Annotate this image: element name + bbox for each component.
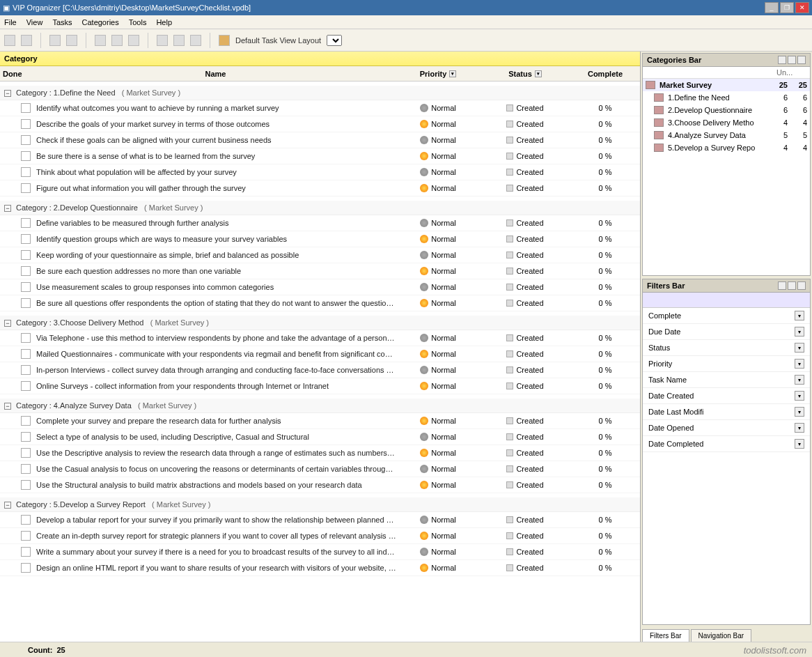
dropdown-icon[interactable]: ▾: [795, 359, 804, 369]
col-name[interactable]: Name: [35, 68, 396, 79]
toolbar-icon[interactable]: [190, 35, 201, 46]
filter-field[interactable]: Complete▾: [643, 308, 810, 324]
layout-select[interactable]: [327, 35, 342, 46]
task-row[interactable]: Be sure all questions offer respondents …: [0, 295, 640, 311]
category-item[interactable]: 2.Develop Questionnaire66: [643, 104, 810, 116]
expand-icon[interactable]: −: [4, 403, 11, 410]
dropdown-icon[interactable]: ▾: [795, 311, 804, 320]
checkbox[interactable]: [21, 183, 31, 193]
panel-icon[interactable]: [797, 56, 806, 64]
task-row[interactable]: Select a type of analysis to be used, in…: [0, 429, 640, 445]
checkbox[interactable]: [21, 365, 31, 375]
task-row[interactable]: Define variables to be measured through …: [0, 215, 640, 231]
group-header[interactable]: − Category : 4.Analyze Survey Data ( Mar…: [0, 399, 640, 413]
filter-btn[interactable]: [669, 296, 678, 304]
dropdown-icon[interactable]: ▾: [795, 375, 804, 385]
col-priority[interactable]: Priority: [420, 70, 447, 78]
group-header[interactable]: − Category : 3.Choose Delivery Method ( …: [0, 316, 640, 330]
task-row[interactable]: Think about what population will be affe…: [0, 164, 640, 180]
toolbar-icon[interactable]: [128, 35, 139, 46]
checkbox[interactable]: [21, 448, 31, 458]
task-row[interactable]: Online Surveys - collect information fro…: [0, 378, 640, 394]
checkbox[interactable]: [21, 531, 31, 541]
expand-icon[interactable]: −: [4, 90, 11, 97]
menu-file[interactable]: File: [4, 18, 17, 26]
category-item[interactable]: 5.Develop a Survey Repo44: [643, 141, 810, 154]
task-row[interactable]: Write a summary about your survey if the…: [0, 544, 640, 560]
dropdown-icon[interactable]: ▾: [795, 439, 804, 449]
expand-icon[interactable]: −: [4, 320, 11, 327]
restore-button[interactable]: ❐: [780, 2, 794, 13]
filter-btn[interactable]: [658, 296, 666, 304]
checkbox[interactable]: [21, 515, 31, 525]
task-row[interactable]: Create an in-depth survey report for str…: [0, 528, 640, 544]
dropdown-icon[interactable]: ▾: [795, 391, 804, 401]
checkbox[interactable]: [21, 266, 31, 276]
task-row[interactable]: Via Telephone - use this method to inter…: [0, 330, 640, 346]
checkbox[interactable]: [21, 563, 31, 573]
filter-btn[interactable]: [647, 296, 655, 304]
toolbar-icon[interactable]: [49, 35, 61, 46]
group-header[interactable]: − Category : 1.Define the Need ( Market …: [0, 86, 640, 100]
category-item[interactable]: 1.Define the Need66: [643, 91, 810, 104]
task-row[interactable]: Use the Casual analysis to focus on unco…: [0, 461, 640, 477]
toolbar-icon[interactable]: [95, 35, 106, 46]
task-row[interactable]: Design an online HTML report if you want…: [0, 560, 640, 576]
checkbox[interactable]: [21, 167, 31, 177]
toolbar-icon[interactable]: [173, 35, 185, 46]
dropdown-icon[interactable]: ▾: [795, 407, 804, 417]
menu-categories[interactable]: Categories: [82, 18, 119, 26]
dropdown-icon[interactable]: ▾: [795, 343, 804, 353]
checkbox[interactable]: [21, 234, 31, 244]
menu-help[interactable]: Help: [156, 18, 172, 26]
task-row[interactable]: Be sure there is a sense of what is to b…: [0, 148, 640, 164]
checkbox[interactable]: [21, 480, 31, 490]
checkbox[interactable]: [21, 464, 31, 474]
filter-field[interactable]: Status▾: [643, 340, 810, 356]
close-button[interactable]: ✕: [795, 2, 809, 13]
panel-icon[interactable]: [778, 56, 786, 64]
task-row[interactable]: Be sure each question addresses no more …: [0, 263, 640, 279]
filter-field[interactable]: Date Last Modifi▾: [643, 404, 810, 420]
category-item[interactable]: 3.Choose Delivery Metho44: [643, 116, 810, 129]
checkbox[interactable]: [21, 250, 31, 260]
checkbox[interactable]: [21, 103, 31, 113]
filter-field[interactable]: Task Name▾: [643, 372, 810, 388]
checkbox[interactable]: [21, 333, 31, 343]
toolbar-icon[interactable]: [4, 35, 15, 46]
menu-tasks[interactable]: Tasks: [52, 18, 72, 26]
checkbox[interactable]: [21, 381, 31, 391]
toolbar-icon[interactable]: [21, 35, 32, 46]
checkbox[interactable]: [21, 432, 31, 442]
panel-icon[interactable]: [788, 56, 796, 64]
task-row[interactable]: Use measurement scales to group response…: [0, 279, 640, 295]
task-row[interactable]: Mailed Questionnaires - communicate with…: [0, 346, 640, 362]
checkbox[interactable]: [21, 416, 31, 426]
toolbar-icon[interactable]: [111, 35, 123, 46]
task-row[interactable]: Keep wording of your questionnaire as si…: [0, 247, 640, 263]
task-row[interactable]: Describe the goals of your market survey…: [0, 116, 640, 132]
task-row[interactable]: Identify what outcomes you want to achie…: [0, 100, 640, 116]
checkbox[interactable]: [21, 349, 31, 359]
task-row[interactable]: In-person Interviews - collect survey da…: [0, 362, 640, 378]
col-done[interactable]: Done: [0, 68, 35, 79]
tab-filters[interactable]: Filters Bar: [642, 629, 689, 642]
filter-field[interactable]: Date Opened▾: [643, 420, 810, 436]
filter-icon[interactable]: ▾: [449, 70, 456, 77]
checkbox[interactable]: [21, 298, 31, 308]
group-by-header[interactable]: Category: [0, 52, 640, 66]
group-header[interactable]: − Category : 2.Develop Questionnaire ( M…: [0, 201, 640, 215]
dropdown-icon[interactable]: ▾: [795, 423, 804, 433]
tab-navigation[interactable]: Navigation Bar: [691, 629, 752, 642]
checkbox[interactable]: [21, 119, 31, 129]
panel-icon[interactable]: [778, 281, 786, 290]
task-row[interactable]: Check if these goals can be aligned with…: [0, 132, 640, 148]
task-row[interactable]: Develop a tabular report for your survey…: [0, 512, 640, 528]
layout-icon[interactable]: [219, 35, 230, 46]
menu-view[interactable]: View: [26, 18, 43, 26]
checkbox[interactable]: [21, 282, 31, 292]
filter-field[interactable]: Priority▾: [643, 356, 810, 372]
toolbar-icon[interactable]: [66, 35, 77, 46]
filter-field[interactable]: Due Date▾: [643, 324, 810, 340]
expand-icon[interactable]: −: [4, 205, 11, 212]
